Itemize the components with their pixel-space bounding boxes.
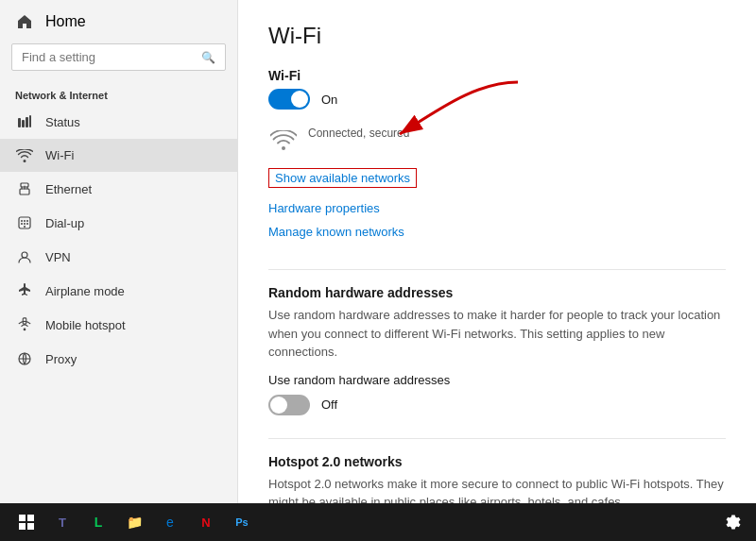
search-icon: 🔍 [201, 51, 215, 64]
sidebar-item-airplane[interactable]: Airplane mode [0, 274, 237, 308]
svg-rect-20 [19, 523, 26, 530]
taskbar-netflix-icon[interactable]: N [189, 505, 223, 539]
ethernet-icon [15, 181, 34, 196]
sidebar-item-label-hotspot: Mobile hotspot [45, 318, 126, 332]
wifi-toggle-row: On [268, 89, 726, 110]
svg-rect-21 [27, 523, 34, 530]
hotspot-desc: Hotspot 2.0 networks make it more secure… [268, 475, 726, 504]
sidebar-item-label-dialup: Dial-up [45, 216, 84, 230]
svg-point-7 [21, 220, 23, 222]
airplane-icon [15, 283, 34, 298]
taskbar: T L 📁 e N Ps [0, 503, 756, 541]
svg-point-11 [24, 223, 26, 225]
wifi-toggle[interactable] [268, 89, 310, 110]
sidebar-item-ethernet[interactable]: Ethernet [0, 172, 237, 206]
sidebar-item-dialup[interactable]: Dial-up [0, 206, 237, 240]
dialup-icon [15, 215, 34, 230]
svg-point-13 [24, 226, 26, 228]
section-divider-1 [268, 269, 726, 270]
sidebar-search-box[interactable]: 🔍 [11, 43, 226, 71]
status-icon [15, 114, 34, 129]
hotspot-title: Hotspot 2.0 networks [268, 454, 726, 469]
svg-point-9 [26, 220, 28, 222]
sidebar-home-item[interactable]: Home [0, 0, 237, 43]
hardware-properties-link[interactable]: Hardware properties [268, 201, 380, 215]
svg-point-8 [24, 220, 26, 222]
section-divider-2 [268, 438, 726, 439]
sidebar-item-vpn[interactable]: VPN [0, 240, 237, 274]
show-networks-link[interactable]: Show available networks [268, 168, 417, 188]
sidebar-item-proxy[interactable]: Proxy [0, 342, 237, 376]
network-item: Connected, secured [268, 125, 409, 157]
sidebar-item-label-ethernet: Ethernet [45, 182, 92, 196]
sidebar-section-label: Network & Internet [0, 82, 237, 105]
wifi-sidebar-icon [15, 149, 34, 162]
svg-rect-3 [29, 115, 31, 127]
network-status: Connected, secured [308, 127, 409, 140]
svg-rect-4 [20, 189, 29, 194]
random-hw-field-label: Use random hardware addresses [268, 373, 726, 387]
show-networks-container: Show available networks [268, 168, 726, 194]
random-hw-section: Random hardware addresses Use random har… [268, 285, 726, 415]
random-hw-toggle-knob [270, 397, 287, 414]
page-title: Wi-Fi [268, 23, 726, 49]
sidebar-item-label-wifi: Wi-Fi [45, 148, 74, 162]
random-hw-toggle[interactable] [268, 395, 310, 415]
sidebar-item-label-status: Status [45, 115, 80, 129]
wifi-section-title: Wi-Fi [268, 68, 726, 83]
wifi-toggle-knob [291, 91, 308, 108]
sidebar-home-label: Home [45, 13, 86, 30]
sidebar-item-label-airplane: Airplane mode [45, 284, 125, 298]
svg-rect-18 [19, 515, 26, 521]
svg-point-14 [22, 252, 27, 258]
svg-point-12 [26, 223, 28, 225]
taskbar-ps-icon[interactable]: Ps [225, 505, 259, 539]
manage-networks-container: Manage known networks [268, 223, 726, 246]
taskbar-settings-icon[interactable] [718, 507, 748, 537]
wifi-section: Wi-Fi On [268, 68, 726, 246]
svg-rect-0 [18, 118, 21, 127]
network-info: Connected, secured [308, 125, 409, 140]
search-input[interactable] [22, 50, 198, 64]
main-content: Wi-Fi Wi-Fi On [238, 0, 756, 503]
start-button[interactable] [8, 503, 45, 541]
sidebar-item-label-proxy: Proxy [45, 352, 77, 366]
svg-rect-2 [26, 117, 28, 127]
random-hw-desc: Use random hardware addresses to make it… [268, 306, 726, 362]
sidebar-item-status[interactable]: Status [0, 105, 237, 139]
sidebar-item-hotspot[interactable]: Mobile hotspot [0, 308, 237, 342]
random-hw-toggle-row: Off [268, 395, 726, 415]
taskbar-right [718, 507, 748, 537]
wifi-toggle-label: On [321, 93, 337, 107]
svg-point-10 [21, 223, 23, 225]
taskbar-edge-icon[interactable]: e [153, 505, 187, 539]
random-hw-title: Random hardware addresses [268, 285, 726, 300]
home-icon [15, 14, 34, 29]
random-hw-toggle-label: Off [321, 397, 337, 412]
sidebar-item-wifi[interactable]: Wi-Fi [0, 139, 237, 172]
manage-known-networks-link[interactable]: Manage known networks [268, 225, 404, 239]
taskbar-explorer-icon[interactable]: 📁 [117, 505, 151, 539]
hotspot-section: Hotspot 2.0 networks Hotspot 2.0 network… [268, 454, 726, 504]
taskbar-line-icon[interactable]: L [81, 505, 115, 539]
globe-icon [15, 351, 34, 366]
svg-rect-19 [27, 515, 34, 521]
hardware-props-container: Hardware properties [268, 199, 726, 223]
vpn-icon [15, 249, 34, 264]
network-wifi-icon [268, 127, 299, 157]
taskbar-icons: T L 📁 e N Ps [45, 505, 259, 539]
taskbar-teams-icon[interactable]: T [45, 505, 79, 539]
sidebar: Home 🔍 Network & Internet Status [0, 0, 238, 503]
svg-rect-1 [22, 120, 25, 127]
sidebar-item-label-vpn: VPN [45, 250, 71, 264]
hotspot-icon [15, 317, 34, 332]
